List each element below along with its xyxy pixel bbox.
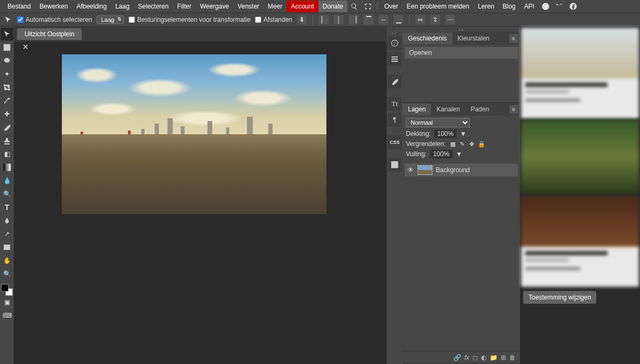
canvas-image[interactable] (62, 54, 326, 214)
dodge-tool[interactable]: 🔍 (1, 188, 13, 200)
align-left-icon[interactable]: ▏ (319, 15, 329, 25)
folder-icon[interactable]: 📁 (490, 354, 498, 361)
lock-transparency-icon[interactable]: ▩ (449, 140, 457, 148)
css-panel-icon[interactable]: CSS (388, 135, 402, 149)
menu-learn[interactable]: Leren (474, 1, 499, 12)
menu-select[interactable]: Selecteren (134, 1, 173, 12)
link-layers-icon[interactable]: 🔗 (453, 354, 461, 361)
more-align-icon[interactable]: ⋯ (445, 15, 455, 25)
fx-icon[interactable]: fx (465, 354, 469, 361)
blur-tool[interactable]: 💧 (1, 174, 13, 187)
menu-view[interactable]: Weergave (196, 1, 233, 12)
tab-history[interactable]: Geschiedenis (403, 33, 452, 44)
lock-pixels-icon[interactable]: ✎ (459, 140, 466, 148)
layer-visibility-icon[interactable]: 👁 (407, 166, 414, 174)
drag-handle[interactable]: ‹› (392, 30, 398, 35)
distances-checkbox[interactable]: Afstanden (255, 16, 292, 23)
align-top-icon[interactable]: ▔ (364, 15, 373, 25)
lock-all-icon[interactable]: 🔒 (478, 140, 485, 148)
ad-slot[interactable] (521, 28, 639, 118)
drag-handle[interactable]: ‹› (403, 27, 520, 32)
move-tool[interactable] (1, 28, 13, 41)
consent-button[interactable]: Toestemming wijzigen (523, 291, 596, 304)
reddit-icon[interactable] (541, 2, 550, 11)
screenmode-tool[interactable]: ⌨ (1, 309, 13, 322)
menu-edit[interactable]: Bewerken (35, 1, 72, 12)
picture-panel-icon[interactable] (388, 158, 402, 172)
eraser-tool[interactable]: ◧ (1, 148, 13, 160)
dist-v-icon[interactable]: ⇕ (430, 15, 440, 25)
tab-channels[interactable]: Kanalen (431, 103, 465, 115)
fill-flyout-icon[interactable]: ▼ (456, 150, 462, 158)
menu-filter[interactable]: Filter (173, 1, 196, 12)
menu-blog[interactable]: Blog (499, 1, 520, 12)
ad-slot[interactable] (521, 120, 639, 194)
eyedropper-tool[interactable] (1, 94, 13, 107)
marquee-tool[interactable] (1, 41, 13, 54)
mask-icon[interactable]: ◻ (473, 354, 478, 361)
foreground-swatch[interactable] (1, 284, 9, 292)
adjustment-icon[interactable]: ◐ (481, 354, 486, 361)
character-panel-icon[interactable]: Tt (388, 97, 402, 111)
opacity-value[interactable]: 100% (434, 130, 457, 138)
type-tool[interactable]: T (1, 201, 13, 214)
new-layer-icon[interactable]: ⊞ (501, 354, 506, 361)
align-bottom-icon[interactable]: ▁ (394, 15, 403, 25)
transform-controls-checkbox[interactable]: Besturingselementen voor transformatie (129, 16, 251, 23)
search-icon[interactable] (349, 2, 359, 11)
menu-about[interactable]: Over (380, 1, 402, 12)
pen-tool[interactable] (1, 214, 13, 227)
menu-more[interactable]: Meer (263, 1, 286, 12)
panel-menu-icon[interactable]: ≡ (509, 105, 518, 114)
tab-swatches[interactable]: Kleurstalen (452, 33, 495, 44)
lock-position-icon[interactable]: ✥ (468, 140, 476, 148)
align-right-icon[interactable]: ▕ (349, 15, 358, 25)
fullscreen-icon[interactable] (363, 2, 373, 11)
align-hcenter-icon[interactable]: │ (334, 15, 343, 25)
dist-h-icon[interactable]: ⇔ (415, 15, 425, 25)
auto-select-checkbox[interactable]: Automatisch selecteren (17, 16, 92, 23)
layer-row[interactable]: 👁 Background (405, 164, 518, 176)
wand-tool[interactable]: ✦ (1, 68, 13, 80)
menu-file[interactable]: Bestand (3, 1, 35, 12)
panel-menu-icon[interactable]: ≡ (509, 34, 518, 43)
heal-tool[interactable]: ✚ (1, 108, 13, 120)
hand-tool[interactable]: ✋ (1, 254, 13, 267)
menu-layer[interactable]: Laag (111, 1, 134, 12)
twitter-icon[interactable] (555, 2, 564, 11)
gradient-tool[interactable] (1, 161, 13, 174)
layer-select-dropdown[interactable]: Laag (97, 15, 124, 24)
tab-paths[interactable]: Paden (465, 103, 494, 115)
menu-image[interactable]: Afbeelding (72, 1, 111, 12)
delete-layer-icon[interactable]: 🗑 (509, 354, 516, 361)
color-swatches[interactable] (1, 284, 13, 296)
info-panel-icon[interactable]: i (388, 36, 402, 50)
document-tab[interactable]: Uitzicht Oostplein (17, 28, 82, 40)
opacity-flyout-icon[interactable]: ▼ (460, 130, 466, 137)
layer-thumbnail[interactable] (418, 165, 433, 175)
path-tool[interactable]: ↗ (1, 228, 13, 240)
zoom-tool[interactable]: 🔍 (1, 268, 13, 280)
menu-window[interactable]: Venster (233, 1, 263, 12)
shape-tool[interactable] (1, 241, 13, 254)
menu-report[interactable]: Een probleem melden (403, 1, 474, 12)
align-vcenter-icon[interactable]: ─ (379, 15, 388, 25)
lasso-tool[interactable] (1, 54, 13, 67)
stamp-tool[interactable] (1, 134, 13, 147)
brush-panel-icon[interactable] (388, 75, 402, 88)
brush-tool[interactable] (1, 121, 13, 134)
facebook-icon[interactable] (569, 2, 578, 11)
ad-slot[interactable] (521, 196, 639, 287)
menu-api[interactable]: API (520, 1, 539, 12)
download-icon[interactable]: ⬇ (297, 15, 307, 25)
quickmask-tool[interactable]: ▣ (1, 296, 13, 309)
tab-layers[interactable]: Lagen (403, 103, 431, 115)
properties-panel-icon[interactable] (388, 52, 402, 66)
blend-mode-select[interactable]: Normaal (406, 118, 470, 127)
crop-tool[interactable] (1, 81, 13, 94)
history-item-open[interactable]: Openen (405, 47, 518, 59)
paragraph-panel-icon[interactable]: ¶ (388, 113, 402, 127)
menu-donate[interactable]: Donate (318, 1, 348, 12)
close-tab-icon[interactable]: ✕ (22, 43, 29, 51)
menu-account[interactable]: Account (286, 1, 318, 12)
